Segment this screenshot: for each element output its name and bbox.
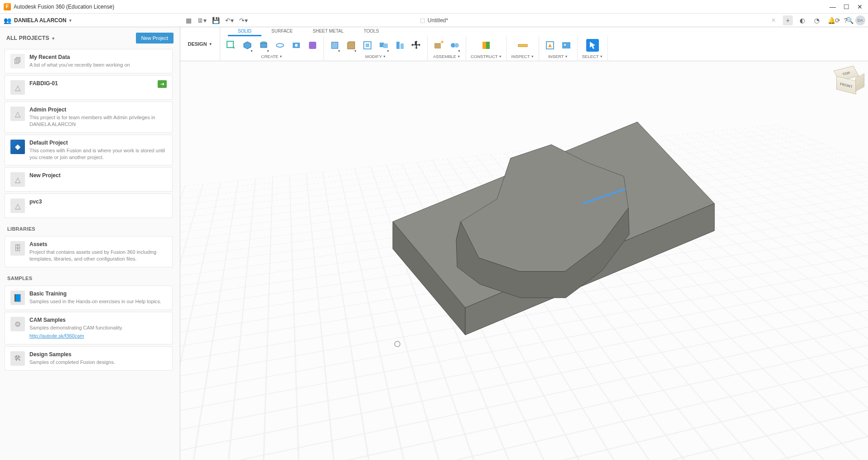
redo-icon[interactable]: ↷▾	[239, 17, 248, 24]
window-minimize-button[interactable]: —	[830, 4, 835, 10]
projects-scroll[interactable]: 🗐 My Recent Data A list of what you've r…	[0, 47, 180, 460]
project-icon: △	[10, 107, 25, 121]
window-titlebar: F Autodesk Fusion 360 (Education License…	[0, 0, 868, 14]
sample-item-cam[interactable]: ⚙ CAM Samples Samples demonstrating CAM …	[5, 312, 173, 344]
team-dropdown[interactable]: 👥 DANIELA ALARCON ▾	[4, 17, 72, 24]
project-desc: This project is for team members with Ad…	[29, 114, 167, 128]
svg-rect-8	[332, 42, 338, 48]
save-icon[interactable]: 💾	[212, 17, 220, 24]
tab-sheet-metal[interactable]: SHEET METAL	[303, 27, 354, 36]
open-badge-icon[interactable]: ➜	[158, 80, 167, 88]
move-icon[interactable]	[410, 39, 423, 52]
projects-header[interactable]: ALL PROJECTS	[6, 35, 49, 41]
file-menu-icon[interactable]: 🗎▾	[197, 17, 207, 24]
document-cube-icon: ⬚	[420, 17, 425, 24]
project-item-default[interactable]: ◆ Default Project This comes with Fusion…	[5, 135, 173, 166]
user-avatar[interactable]: DA	[855, 15, 865, 25]
sample-desc: Samples used in the Hands-on exercises i…	[29, 298, 167, 305]
sample-item-basic-training[interactable]: 📘 Basic Training Samples used in the Han…	[5, 286, 173, 310]
svg-rect-19	[482, 42, 486, 49]
group-label: INSERT	[548, 54, 564, 59]
help-icon[interactable]: ?	[841, 15, 851, 25]
data-panel: ALL PROJECTS ▾ New Project 🗐 My Recent D…	[0, 27, 180, 460]
sample-link[interactable]: http://autode.sk/f360cam	[29, 333, 84, 339]
sample-item-design[interactable]: 🛠 Design Samples Samples of completed Fu…	[5, 346, 173, 371]
ribbon-group-insert: INSERT▼	[539, 36, 578, 61]
libraries-section-label: LIBRARIES	[0, 220, 177, 234]
library-item-assets[interactable]: 🗄 Assets Project that contains assets us…	[5, 236, 173, 267]
new-project-button[interactable]: New Project	[136, 33, 174, 44]
new-tab-button[interactable]: +	[783, 15, 793, 25]
svg-rect-13	[396, 42, 400, 49]
project-item-fabdig[interactable]: △ FABDIG-01 ➜	[5, 75, 173, 100]
svg-text:✦: ✦	[440, 40, 444, 45]
library-icon: 🗄	[10, 241, 25, 256]
combine-icon[interactable]: ▼	[377, 39, 390, 52]
sample-title: Basic Training	[29, 291, 167, 297]
document-tab[interactable]: ⬚ Untitled*	[420, 17, 448, 24]
notifications-icon[interactable]: 🔔	[826, 15, 836, 25]
extensions-icon[interactable]: ◐	[797, 15, 807, 25]
new-sketch-icon[interactable]: +	[225, 39, 237, 52]
insert-derive-icon[interactable]	[544, 39, 556, 52]
project-title: Default Project	[29, 140, 167, 146]
job-status-icon[interactable]: ◔	[812, 15, 822, 25]
sample-title: Design Samples	[29, 351, 167, 358]
viewcube[interactable]: TOP FRONT	[832, 68, 860, 96]
library-desc: Project that contains assets used by Fus…	[29, 249, 167, 262]
document-icon: 🗐	[10, 54, 25, 68]
window-title: Autodesk Fusion 360 (Education License)	[14, 4, 830, 10]
viewcube-front[interactable]: FRONT	[836, 76, 856, 95]
project-item-pvc3[interactable]: △ pvc3	[5, 194, 173, 218]
app-menubar: 👥 DANIELA ALARCON ▾ ⟳ 🔍 ✕ ▦ 🗎▾ 💾 ↶▾ ↷▾ ⬚…	[0, 14, 868, 27]
align-icon[interactable]	[394, 39, 406, 52]
svg-point-4	[276, 44, 284, 47]
ribbon-group-modify: ▼ ▼ ▼ MODIFY▼	[324, 36, 428, 61]
project-item-newproject[interactable]: △ New Project	[5, 167, 173, 192]
close-document-icon[interactable]: ×	[772, 16, 776, 24]
measure-icon[interactable]	[516, 39, 529, 52]
workspace-dropdown[interactable]: DESIGN ▼	[180, 27, 220, 61]
samples-section-label: SAMPLES	[0, 269, 177, 284]
group-label: CREATE	[261, 54, 279, 59]
project-title: Admin Project	[29, 107, 167, 113]
project-desc: A list of what you've recently been work…	[29, 62, 167, 68]
box-icon[interactable]: ▼	[241, 39, 254, 52]
press-pull-icon[interactable]: ▼	[328, 39, 341, 52]
select-icon[interactable]	[586, 39, 599, 52]
shell-icon[interactable]	[361, 39, 374, 52]
undo-icon[interactable]: ↶▾	[225, 17, 234, 24]
revolve-icon[interactable]	[274, 39, 286, 52]
data-panel-icon[interactable]: ▦	[186, 17, 192, 24]
svg-rect-14	[400, 44, 404, 49]
plane-icon[interactable]	[480, 39, 492, 52]
project-icon: △	[10, 172, 25, 187]
tab-tools[interactable]: TOOLS	[354, 27, 389, 36]
insert-decal-icon[interactable]	[560, 39, 573, 52]
hole-icon[interactable]	[290, 39, 303, 52]
form-icon[interactable]	[306, 39, 319, 52]
fillet-icon[interactable]: ▼	[345, 39, 357, 52]
quick-access-toolbar: ▦ 🗎▾ 💾 ↶▾ ↷▾	[186, 17, 248, 24]
window-maximize-button[interactable]: ☐	[844, 4, 849, 10]
extrude-icon[interactable]: ▼	[257, 39, 270, 52]
new-component-icon[interactable]: ✦	[432, 39, 445, 52]
project-item-recent[interactable]: 🗐 My Recent Data A list of what you've r…	[5, 49, 173, 73]
joint-icon[interactable]: ▼	[448, 39, 461, 52]
ribbon-group-inspect: INSPECT▼	[507, 36, 539, 61]
window-close-button[interactable]: ✕	[857, 4, 863, 10]
tab-surface[interactable]: SURFACE	[261, 27, 303, 36]
project-title: New Project	[29, 172, 167, 179]
team-name: DANIELA ALARCON	[14, 17, 67, 24]
group-label: SELECT	[582, 54, 599, 59]
model-viewport[interactable]: TOP FRONT	[180, 61, 868, 460]
sample-desc: Samples of completed Fusion designs.	[29, 359, 167, 366]
ribbon-group-select: SELECT▼	[578, 36, 608, 61]
project-item-admin[interactable]: △ Admin Project This project is for team…	[5, 102, 173, 133]
tab-solid[interactable]: SOLID	[228, 27, 261, 36]
project-icon: △	[10, 80, 25, 95]
sample-title: CAM Samples	[29, 317, 167, 323]
svg-rect-12	[383, 44, 388, 48]
chevron-down-icon: ▾	[69, 18, 72, 23]
sample-icon: 📘	[10, 291, 25, 305]
